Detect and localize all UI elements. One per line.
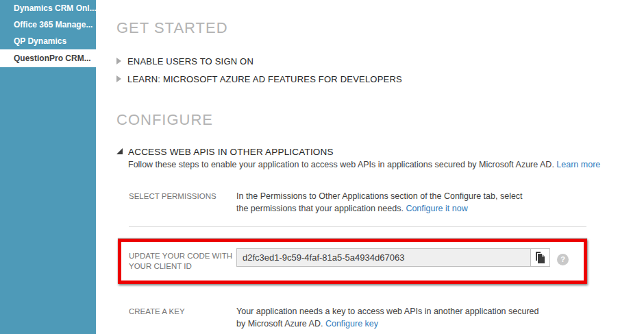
chevron-right-icon (116, 75, 121, 82)
expander-learn-azure-ad-features[interactable]: LEARN: MICROSOFT AZURE AD FEATURES FOR D… (116, 70, 630, 88)
application-list-sidebar: Dynamics CRM Onl... Office 365 Manage...… (0, 0, 96, 334)
description-text: Follow these steps to enable your applic… (128, 160, 554, 169)
access-web-apis-description: Follow these steps to enable your applic… (128, 160, 630, 169)
sidebar-item-dynamics-crm-online[interactable]: Dynamics CRM Onl... (0, 0, 96, 16)
configure-key-link[interactable]: Configure key (325, 319, 378, 329)
app-page: Dynamics CRM Onl... Office 365 Manage...… (0, 0, 644, 334)
sidebar-item-questionpro-crm[interactable]: QuestionPro CRM... (0, 49, 96, 67)
client-id-row: UPDATE YOUR CODE WITH YOUR CLIENT ID ? (129, 248, 584, 272)
get-started-heading: GET STARTED (116, 19, 630, 37)
expander-label: LEARN: MICROSOFT AZURE AD FEATURES FOR D… (127, 74, 402, 84)
configure-it-now-link[interactable]: Configure it now (406, 204, 467, 213)
copy-button[interactable] (531, 248, 550, 267)
main-content: GET STARTED ENABLE USERS TO SIGN ON LEAR… (116, 0, 630, 330)
create-a-key-text: Your application needs a key to access w… (236, 305, 546, 330)
select-permissions-label: SELECT PERMISSIONS (129, 190, 236, 215)
sidebar-item-office-365-management[interactable]: Office 365 Manage... (0, 16, 96, 33)
client-id-input[interactable] (236, 248, 531, 267)
copy-icon (535, 252, 545, 263)
expander-enable-users-to-sign-on[interactable]: ENABLE USERS TO SIGN ON (116, 52, 630, 70)
chevron-expanded-icon (116, 148, 123, 154)
description-text: In the Permissions to Other Applications… (236, 191, 523, 213)
select-permissions-row: SELECT PERMISSIONS In the Permissions to… (129, 190, 630, 215)
create-a-key-row: CREATE A KEY Your application needs a ke… (129, 305, 630, 330)
chevron-right-icon (116, 58, 121, 64)
create-a-key-label: CREATE A KEY (129, 305, 236, 330)
access-web-apis-title: ACCESS WEB APIS IN OTHER APPLICATIONS (128, 147, 334, 157)
update-your-code-label: UPDATE YOUR CODE WITH YOUR CLIENT ID (129, 248, 236, 272)
expander-access-web-apis[interactable]: ACCESS WEB APIS IN OTHER APPLICATIONS (116, 147, 630, 157)
client-id-input-group: ? (236, 248, 569, 267)
expander-label: ENABLE USERS TO SIGN ON (127, 56, 253, 67)
sidebar-item-qp-dynamics[interactable]: QP Dynamics (0, 33, 96, 49)
help-icon[interactable]: ? (557, 254, 569, 265)
description-text: Your application needs a key to access w… (236, 307, 539, 329)
section-divider (129, 226, 586, 227)
select-permissions-text: In the Permissions to Other Applications… (236, 190, 535, 215)
learn-more-link[interactable]: Learn more (556, 160, 600, 169)
configure-heading: CONFIGURE (116, 111, 630, 129)
client-id-highlight-annotation: UPDATE YOUR CODE WITH YOUR CLIENT ID ? (118, 239, 587, 284)
